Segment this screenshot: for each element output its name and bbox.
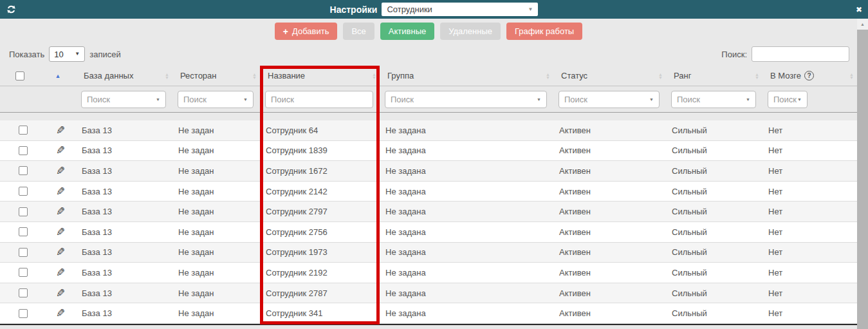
page-title: Настройки (330, 5, 378, 15)
filter-cell-rank: Поиск▼ (666, 86, 762, 112)
records-label: записей (89, 50, 120, 59)
filter-select-status[interactable]: Поиск▼ (559, 91, 660, 108)
topbar-title-group: Настройки Сотрудники ▼ (0, 0, 868, 19)
cell-edit: ✎ (40, 182, 76, 202)
filter-cell-brain: Поиск▼ (762, 86, 857, 112)
search-control: Поиск: (721, 46, 849, 62)
row-checkbox[interactable] (19, 227, 28, 236)
cell-name: Сотрудник 2787 (260, 288, 380, 298)
filter-placeholder: Поиск (773, 95, 797, 104)
row-checkbox[interactable] (19, 309, 28, 318)
chevron-down-icon: ▼ (537, 97, 541, 102)
cell-db: База 13 (76, 146, 172, 155)
filter-placeholder: Поиск (391, 95, 414, 104)
row-checkbox[interactable] (19, 288, 28, 297)
add-button[interactable]: +Добавить (275, 23, 338, 40)
all-button[interactable]: Все (343, 23, 374, 40)
row-checkbox[interactable] (19, 166, 28, 175)
sort-icon: ▲▼ (372, 73, 376, 79)
edit-pencil-icon[interactable]: ✎ (56, 247, 65, 258)
row-checkbox[interactable] (19, 248, 28, 257)
scrollbar-thumb[interactable] (857, 30, 868, 329)
cell-group: Не задана (380, 308, 553, 318)
work-schedule-button[interactable]: График работы (506, 23, 582, 40)
cell-group: Не задана (380, 268, 553, 277)
sort-icon: ▲▼ (849, 73, 854, 79)
edit-pencil-icon[interactable]: ✎ (56, 186, 65, 197)
filter-select-group[interactable]: Поиск▼ (385, 91, 547, 108)
row-checkbox[interactable] (19, 268, 28, 277)
table-row: ✎База 13Не заданСотрудник 1839Не заданаА… (0, 141, 857, 162)
cell-edit: ✎ (40, 263, 76, 283)
filter-select-db[interactable]: Поиск▼ (81, 91, 166, 108)
edit-pencil-icon[interactable]: ✎ (56, 227, 65, 238)
table-row: ✎База 13Не заданСотрудник 2192Не заданаА… (0, 263, 857, 283)
scrollbar-up-arrow[interactable]: ▲ (857, 19, 868, 30)
page-size-select[interactable]: 10 ▼ (49, 46, 85, 62)
cell-check (0, 141, 40, 161)
help-icon[interactable]: ? (804, 71, 814, 80)
cell-brain: Нет (762, 126, 857, 135)
module-select[interactable]: Сотрудники ▼ (382, 3, 538, 16)
refresh-icon[interactable] (6, 5, 16, 14)
header-cell-rank[interactable]: Ранг▲▼ (666, 66, 762, 86)
header-cell-edit[interactable]: ▲ (40, 66, 76, 86)
cell-check (0, 202, 40, 221)
row-checkbox[interactable] (19, 146, 28, 155)
header-cell-name[interactable]: Название▲▼ (260, 66, 380, 86)
row-checkbox[interactable] (19, 207, 28, 216)
edit-pencil-icon[interactable]: ✎ (56, 125, 65, 136)
cell-brain: Нет (762, 207, 857, 216)
cell-db: База 13 (76, 308, 172, 318)
filter-select-rank[interactable]: Поиск▼ (671, 91, 756, 108)
cell-brain: Нет (762, 187, 857, 196)
edit-pencil-icon[interactable]: ✎ (56, 308, 65, 319)
cell-group: Не задана (380, 207, 553, 216)
edit-pencil-icon[interactable]: ✎ (56, 206, 65, 217)
filter-placeholder: Поиск (87, 95, 110, 104)
header-label: Статус (561, 71, 587, 80)
header-cell-group[interactable]: Группа▲▼ (380, 66, 553, 86)
chevron-down-icon: ▼ (746, 97, 750, 102)
cell-rank: Сильный (666, 187, 762, 196)
cell-db: База 13 (76, 207, 172, 216)
edit-pencil-icon[interactable]: ✎ (56, 165, 65, 176)
row-checkbox[interactable] (19, 187, 28, 196)
edit-pencil-icon[interactable]: ✎ (56, 288, 65, 299)
header-cell-status[interactable]: Статус▲▼ (553, 66, 666, 86)
cell-restaurant: Не задан (172, 247, 260, 257)
toolbar: +ДобавитьВсеАктивныеУдаленныеГрафик рабо… (0, 19, 857, 40)
header-label: Ресторан (180, 71, 217, 80)
filter-cell-group: Поиск▼ (380, 86, 553, 112)
active-button[interactable]: Активные (380, 23, 434, 40)
filter-input-name[interactable] (265, 91, 373, 108)
header-cell-restaurant[interactable]: Ресторан▲▼ (172, 66, 260, 86)
filter-select-restaurant[interactable]: Поиск▼ (178, 91, 254, 108)
table-header-row: ▲База данных▲▼Ресторан▲▼Название▲▼Группа… (0, 66, 857, 86)
table-row: ✎База 13Не заданСотрудник 1973Не заданаА… (0, 243, 857, 263)
edit-pencil-icon[interactable]: ✎ (56, 267, 65, 278)
table-bottom-border (0, 324, 857, 325)
header-cell-check[interactable] (0, 66, 40, 86)
cell-check (0, 222, 40, 242)
chevron-down-icon: ▼ (649, 97, 654, 102)
header-cell-brain[interactable]: В Мозге?▲▼ (762, 66, 857, 86)
filter-select-brain[interactable]: Поиск▼ (768, 91, 808, 108)
cell-edit: ✎ (40, 202, 76, 221)
cell-rank: Сильный (666, 227, 762, 237)
scrollbar[interactable]: ▲ (857, 19, 868, 329)
filter-placeholder: Поиск (183, 95, 207, 104)
deleted-button[interactable]: Удаленные (440, 23, 501, 40)
row-checkbox[interactable] (19, 126, 28, 135)
cell-restaurant: Не задан (172, 207, 260, 216)
show-label: Показать (9, 50, 44, 59)
header-cell-db[interactable]: База данных▲▼ (76, 66, 172, 86)
cell-group: Не задана (380, 288, 553, 298)
table-row: ✎База 13Не заданСотрудник 341Не заданаАк… (0, 303, 857, 324)
close-icon[interactable]: ✖ (856, 5, 862, 14)
chevron-down-icon: ▼ (243, 97, 248, 102)
edit-pencil-icon[interactable]: ✎ (56, 145, 65, 156)
search-input[interactable] (752, 46, 849, 62)
filter-cell-db: Поиск▼ (76, 86, 172, 112)
select-all-checkbox[interactable] (15, 71, 24, 80)
